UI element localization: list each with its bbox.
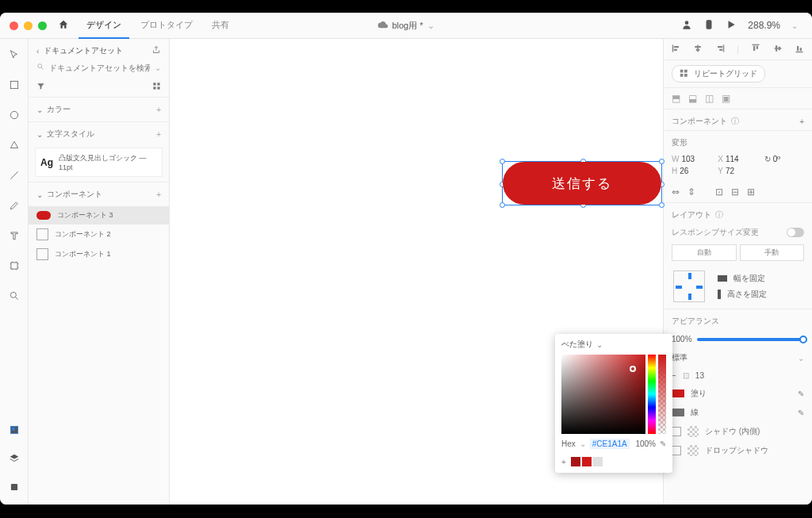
polygon-tool[interactable] — [5, 136, 24, 155]
shadow-swatch[interactable] — [688, 426, 699, 437]
select-tool[interactable] — [5, 45, 24, 64]
chevron-down-icon[interactable]: ⌄ — [36, 130, 43, 139]
canvas-object-button[interactable]: 送信する — [503, 162, 661, 205]
repeat-grid-button[interactable]: リピートグリッド — [672, 65, 765, 82]
angle-input[interactable]: 0º — [773, 155, 780, 163]
opacity-slider[interactable] — [697, 338, 804, 341]
align-top-icon[interactable] — [751, 44, 760, 55]
pen-tool[interactable] — [5, 196, 24, 215]
hue-slider[interactable] — [648, 355, 656, 434]
blend-mode-select[interactable]: 標準 — [672, 352, 688, 363]
chevron-down-icon[interactable]: ⌄ — [36, 190, 43, 199]
chevron-down-icon[interactable]: ⌄ — [596, 340, 603, 349]
opacity-value[interactable]: 100% — [672, 335, 692, 343]
component-item[interactable]: コンポーネント 1 — [29, 244, 169, 264]
shadow-swatch[interactable] — [688, 445, 699, 456]
add-swatch-icon[interactable]: + — [561, 458, 566, 466]
fix-height-label[interactable]: 高さを固定 — [727, 289, 767, 300]
plugins-panel-icon[interactable] — [5, 478, 24, 497]
eyedropper-icon[interactable]: ✎ — [798, 389, 804, 398]
zoom-tool[interactable] — [5, 286, 24, 305]
ellipse-tool[interactable] — [5, 106, 24, 125]
flip-h-icon[interactable]: ⇔ — [672, 186, 680, 198]
boolean-subtract-icon[interactable]: ⬓ — [688, 93, 697, 104]
info-icon[interactable]: ⓘ — [715, 209, 723, 221]
play-icon[interactable] — [726, 19, 737, 33]
chevron-down-icon[interactable]: ⌄ — [155, 63, 161, 72]
align-left-icon[interactable] — [672, 44, 681, 55]
export-icon[interactable] — [151, 45, 161, 56]
drop-shadow-checkbox[interactable] — [672, 446, 681, 455]
swatch[interactable] — [593, 457, 603, 466]
zoom-label[interactable]: 288.9% — [748, 20, 780, 31]
radius-input[interactable]: 13 — [695, 371, 704, 380]
component-item[interactable]: コンポーネント 3 — [29, 206, 169, 224]
alpha-input[interactable]: 100% — [635, 439, 656, 448]
user-icon[interactable] — [681, 19, 692, 33]
menu-prototype[interactable]: プロトタイプ — [132, 13, 201, 39]
line-tool[interactable] — [5, 166, 24, 185]
distribute-icon[interactable]: ⊞ — [747, 186, 755, 198]
boolean-exclude-icon[interactable]: ▣ — [722, 93, 730, 104]
component-item[interactable]: コンポーネント 2 — [29, 224, 169, 244]
align-icon[interactable]: ⊟ — [731, 186, 739, 198]
inner-shadow-checkbox[interactable] — [672, 427, 681, 436]
menu-design[interactable]: デザイン — [79, 13, 129, 39]
resize-handle[interactable] — [500, 159, 505, 164]
lock-icon[interactable]: ⊡ — [715, 186, 723, 198]
chevron-down-icon[interactable]: ⌄ — [36, 106, 43, 114]
color-saturation-field[interactable] — [561, 355, 645, 434]
info-icon[interactable]: ⓘ — [731, 116, 739, 127]
add-icon[interactable]: + — [156, 106, 161, 114]
maximize-window-icon[interactable] — [38, 21, 47, 30]
stroke-swatch[interactable] — [672, 409, 684, 416]
resize-handle[interactable] — [500, 202, 505, 208]
boolean-intersect-icon[interactable]: ◫ — [705, 93, 714, 104]
minimize-window-icon[interactable] — [24, 21, 33, 30]
fill-type-select[interactable]: べた塗り — [561, 339, 593, 350]
fill-swatch[interactable] — [672, 389, 684, 397]
rotate-icon[interactable]: ↻ — [764, 155, 771, 163]
home-icon[interactable] — [58, 19, 69, 33]
x-input[interactable]: 114 — [726, 155, 739, 163]
document-title[interactable]: blog用 * ⌄ — [377, 20, 434, 32]
close-window-icon[interactable] — [10, 21, 18, 30]
chevron-down-icon[interactable]: ⌄ — [791, 21, 798, 30]
resize-handle[interactable] — [659, 159, 665, 164]
align-bottom-icon[interactable] — [795, 44, 804, 55]
corner-each-icon[interactable]: ⊡ — [683, 371, 689, 380]
boolean-union-icon[interactable]: ⬒ — [672, 93, 680, 104]
auto-button[interactable]: 自動 — [672, 244, 737, 261]
align-vcenter-icon[interactable] — [773, 44, 783, 55]
alpha-slider[interactable] — [658, 355, 666, 434]
add-icon[interactable]: + — [156, 130, 161, 139]
grid-view-icon[interactable] — [152, 82, 161, 92]
filter-icon[interactable] — [36, 82, 45, 92]
flip-v-icon[interactable]: ⇕ — [688, 186, 695, 198]
resize-handle[interactable] — [659, 202, 665, 208]
swatch[interactable] — [571, 457, 580, 466]
chevron-down-icon[interactable]: ⌄ — [798, 354, 804, 363]
y-input[interactable]: 72 — [726, 167, 734, 175]
text-tool[interactable] — [5, 226, 24, 245]
width-input[interactable]: 103 — [681, 155, 695, 163]
constraints-widget[interactable] — [673, 271, 705, 302]
align-hcenter-icon[interactable] — [693, 44, 703, 55]
hex-input[interactable]: #CE1A1A — [590, 439, 630, 449]
menu-share[interactable]: 共有 — [204, 13, 237, 39]
color-cursor[interactable] — [630, 366, 636, 372]
mobile-preview-icon[interactable] — [703, 19, 714, 33]
height-input[interactable]: 26 — [680, 167, 688, 175]
search-input[interactable] — [49, 63, 150, 72]
chevron-down-icon[interactable]: ⌄ — [580, 439, 586, 448]
swatch[interactable] — [582, 457, 592, 466]
fix-width-label[interactable]: 幅を固定 — [733, 273, 765, 284]
assets-panel-icon[interactable] — [5, 420, 24, 439]
rectangle-tool[interactable] — [5, 75, 24, 94]
text-style-item[interactable]: Ag 凸版文久見出しゴシック — 11pt — [35, 148, 163, 177]
manual-button[interactable]: 手動 — [740, 244, 805, 261]
eyedropper-icon[interactable]: ✎ — [798, 409, 804, 417]
responsive-toggle[interactable] — [787, 228, 804, 237]
add-icon[interactable]: + — [156, 190, 161, 199]
artboard-tool[interactable] — [5, 256, 24, 275]
